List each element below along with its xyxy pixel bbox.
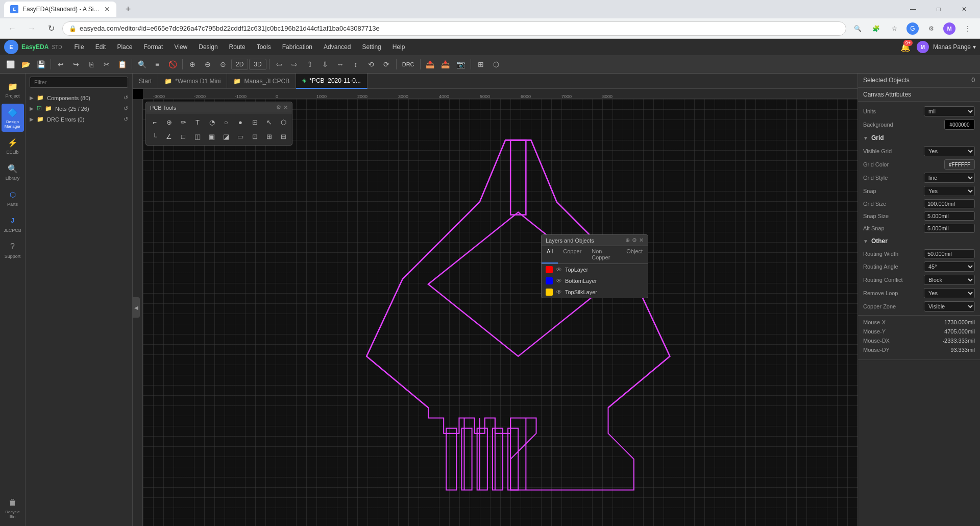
menu-view[interactable]: View (169, 41, 192, 53)
address-bar[interactable]: 🔒 easyeda.com/editor#id=e665e7dc926a47c7… (62, 21, 846, 36)
pcb-tool-measure[interactable]: ↖ (262, 115, 276, 129)
layers-settings-icon[interactable]: ⚙ (632, 237, 637, 244)
toolbar-copy-button[interactable]: ⎘ (84, 57, 99, 71)
pcb-tool-via[interactable]: ⊕ (162, 115, 176, 129)
panel-item-nets[interactable]: ▶ ☑ 📁 Nets (25 / 26) ↺ (26, 104, 132, 113)
user-menu-button[interactable]: Manas Pange ▾ (933, 43, 976, 51)
sidebar-item-support[interactable]: ? Support (2, 238, 24, 262)
pcb-tool-drc2[interactable]: ⊟ (277, 130, 290, 143)
toolbar-drc-button[interactable]: DRC (399, 57, 418, 71)
toolbar-btn1[interactable]: ⇦ (272, 57, 286, 71)
toolbar-btn3[interactable]: ⇧ (303, 57, 317, 71)
layer-tab-all[interactable]: All (542, 246, 558, 264)
layer-row-topsilk[interactable]: 👁 TopSilkLayer (542, 286, 648, 298)
menu-edit[interactable]: Edit (90, 41, 111, 53)
maximize-button[interactable]: □ (927, 2, 950, 17)
drc-refresh-icon[interactable]: ↺ (124, 116, 128, 123)
grid-size-input[interactable] (924, 199, 975, 208)
toolbar-btn4[interactable]: ⇩ (318, 57, 332, 71)
top-layer-eye-icon[interactable]: 👁 (556, 266, 562, 273)
menu-route[interactable]: Route (224, 41, 251, 53)
panel-item-components[interactable]: ▶ 📁 Components (80) ↺ (26, 93, 132, 103)
sidebar-item-eelib[interactable]: ⚡ EELib (2, 134, 24, 158)
toolbar-new-button[interactable]: ⬜ (3, 57, 17, 71)
sidebar-item-jlcpcb[interactable]: J JLCPCB (2, 212, 24, 236)
extension2-button[interactable]: ⚙ (923, 20, 939, 37)
toolbar-export-button[interactable]: 📤 (423, 57, 437, 71)
pcb-tool-route[interactable]: ⌐ (148, 115, 161, 129)
extension-button[interactable]: 🧩 (868, 20, 884, 37)
grid-style-select[interactable]: line dot (924, 173, 975, 183)
menu-setting[interactable]: Setting (357, 41, 386, 53)
pcb-tool-arc[interactable]: ◔ (205, 115, 218, 129)
back-button[interactable]: ← (4, 20, 20, 37)
menu-format[interactable]: Format (138, 41, 168, 53)
pcb-tool-3d[interactable]: ⬡ (277, 115, 290, 129)
topsilk-layer-eye-icon[interactable]: 👁 (556, 289, 562, 296)
tab-close-button[interactable]: ✕ (104, 5, 110, 13)
tab-start[interactable]: Start (133, 74, 158, 89)
tab-wemos[interactable]: 📁 *Wemos D1 Mini (158, 74, 227, 89)
toolbar-btn2[interactable]: ⇨ (287, 57, 302, 71)
panel-item-drc[interactable]: ▶ 📁 DRC Errors (0) ↺ (26, 114, 132, 124)
pcb-tool-pad[interactable]: ✏ (177, 115, 190, 129)
sidebar-item-parts[interactable]: ⬡ Parts (2, 186, 24, 210)
toolbar-import-button[interactable]: 📥 (438, 57, 453, 71)
layers-expand-icon[interactable]: ⊕ (625, 237, 630, 244)
tab-manas[interactable]: 📁 Manas_JLCPCB (227, 74, 296, 89)
grid-color-picker[interactable]: #FFFFFF (944, 159, 975, 170)
layer-tab-copper[interactable]: Copper (558, 246, 586, 264)
menu-file[interactable]: File (69, 41, 89, 53)
toolbar-zoom-fit-button[interactable]: ⊙ (216, 57, 230, 71)
profile-button[interactable]: G (904, 20, 921, 37)
toolbar-list-button[interactable]: ≡ (150, 57, 164, 71)
toolbar-paste-button[interactable]: 📋 (115, 57, 129, 71)
toolbar-open-button[interactable]: 📂 (18, 57, 33, 71)
toolbar-btn5[interactable]: ↔ (333, 57, 348, 71)
pcb-tool-board[interactable]: ▭ (234, 130, 247, 143)
pcb-tool-text[interactable]: T (191, 115, 204, 129)
visible-grid-select[interactable]: Yes No (924, 146, 975, 156)
pcb-tool-angle[interactable]: ∠ (162, 130, 176, 143)
toolbar-btn8[interactable]: ⟳ (379, 57, 394, 71)
pcb-tool-rect[interactable]: □ (177, 130, 190, 143)
bottom-layer-eye-icon[interactable]: 👁 (556, 277, 562, 284)
pcb-tool-place[interactable]: ▣ (205, 130, 218, 143)
sidebar-item-recycle-bin[interactable]: 🗑 Recycle Bin (2, 494, 24, 522)
nets-refresh-icon[interactable]: ↺ (124, 105, 128, 112)
tab-pcb[interactable]: ◈ *PCB_2020-11-0... (296, 74, 368, 89)
toolbar-redo-button[interactable]: ↪ (69, 57, 83, 71)
pcb-tools-settings-icon[interactable]: ⚙ (276, 104, 281, 111)
toolbar-cut-button[interactable]: ✂ (100, 57, 114, 71)
menu-place[interactable]: Place (112, 41, 137, 53)
pcb-tools-close-icon[interactable]: ✕ (283, 104, 288, 111)
toolbar-layers-button[interactable]: ⊞ (474, 57, 488, 71)
toolbar-save-button[interactable]: 💾 (34, 57, 48, 71)
canvas-area[interactable]: -3000 -2000 -1000 0 1000 2000 3000 4000 … (133, 89, 857, 526)
toolbar-zoom-in-button[interactable]: ⊕ (185, 57, 200, 71)
pcb-tool-cut[interactable]: ◪ (219, 130, 233, 143)
notification-button[interactable]: 🔔 9+ (898, 40, 913, 54)
snap-size-input[interactable] (924, 211, 975, 221)
refresh-button[interactable]: ↻ (43, 20, 59, 37)
toolbar-undo-button[interactable]: ↩ (54, 57, 68, 71)
background-color-picker[interactable]: #000000 (944, 119, 975, 130)
units-select[interactable]: mil mm (924, 106, 975, 116)
layer-tab-object[interactable]: Object (621, 246, 648, 264)
toolbar-share-button[interactable]: ⬡ (489, 57, 503, 71)
components-refresh-icon[interactable]: ↺ (124, 94, 128, 101)
layer-row-top[interactable]: 👁 TopLayer (542, 264, 648, 275)
canvas-collapse-button[interactable]: ◀ (133, 297, 140, 318)
menu-design[interactable]: Design (193, 41, 223, 53)
menu-help[interactable]: Help (387, 41, 410, 53)
filter-input[interactable] (30, 77, 128, 88)
more-options-button[interactable]: ⋮ (960, 20, 976, 37)
menu-advanced[interactable]: Advanced (318, 41, 356, 53)
forward-button[interactable]: → (23, 20, 40, 37)
layers-close-icon[interactable]: ✕ (639, 237, 644, 244)
toolbar-2d-button[interactable]: 2D (231, 59, 248, 70)
bookmark-button[interactable]: ☆ (886, 20, 902, 37)
close-button[interactable]: ✕ (952, 2, 976, 17)
menu-tools[interactable]: Tools (252, 41, 276, 53)
canvas-grid[interactable] (143, 99, 857, 526)
